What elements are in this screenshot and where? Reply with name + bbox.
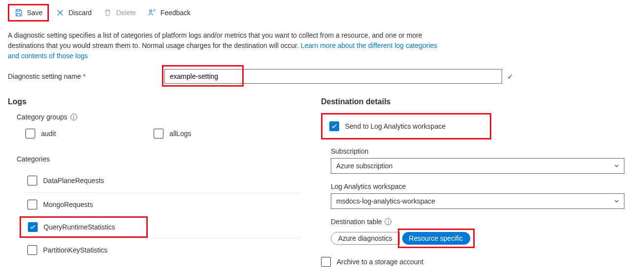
discard-label: Discard: [69, 9, 92, 17]
pill-resource-specific[interactable]: Resource specific: [402, 232, 471, 245]
archive-row[interactable]: Archive to a storage account: [321, 257, 636, 267]
checkbox-queryruntimestatistics[interactable]: [28, 222, 38, 232]
checkmark-icon: ✓: [507, 72, 513, 81]
workspace-select[interactable]: msdocs-log-analytics-workspace: [331, 193, 624, 209]
destination-title: Destination details: [321, 97, 636, 106]
description-text: A diagnostic setting specifies a list of…: [8, 30, 438, 61]
delete-label: Delete: [116, 9, 136, 17]
close-icon: [56, 8, 65, 17]
trash-icon: [103, 8, 112, 17]
send-law-row[interactable]: Send to Log Analytics workspace: [321, 113, 491, 139]
categories-label: Categories: [8, 155, 301, 163]
save-icon: [14, 8, 23, 17]
discard-button[interactable]: Discard: [51, 5, 96, 20]
save-button[interactable]: Save: [8, 4, 49, 22]
info-icon[interactable]: i: [385, 218, 391, 225]
dest-table-label: Destination table i: [331, 218, 636, 226]
info-icon[interactable]: i: [70, 114, 77, 120]
category-groups-label: Category groups i: [8, 113, 301, 121]
feedback-label: Feedback: [161, 9, 190, 17]
checkbox-send-law[interactable]: [329, 121, 339, 131]
delete-button: Delete: [98, 5, 140, 20]
group-alllogs[interactable]: allLogs: [154, 127, 191, 140]
setting-name-row: Diagnostic setting name* ✓: [8, 69, 636, 84]
setting-name-label: Diagnostic setting name*: [8, 72, 155, 80]
category-queryruntimestatistics[interactable]: QueryRuntimeStatistics: [20, 216, 148, 238]
category-mongorequests[interactable]: MongoRequests: [25, 192, 301, 216]
category-dataplanerequests[interactable]: DataPlaneRequests: [25, 169, 301, 192]
checkbox-partitionkeystatistics[interactable]: [27, 245, 37, 255]
workspace-label: Log Analytics workspace: [331, 183, 636, 190]
checkbox-alllogs[interactable]: [154, 129, 163, 138]
subscription-label: Subscription: [331, 147, 636, 155]
group-audit[interactable]: audit: [25, 127, 56, 140]
setting-name-input[interactable]: [164, 69, 502, 84]
required-asterisk: *: [83, 72, 85, 80]
logs-title: Logs: [8, 97, 301, 106]
checkbox-audit[interactable]: [25, 129, 35, 138]
feedback-button[interactable]: Feedback: [143, 5, 195, 20]
subscription-select[interactable]: Azure subscription: [331, 158, 624, 174]
save-label: Save: [27, 9, 43, 17]
dest-table-toggle: Azure diagnostics: [331, 232, 400, 245]
pill-azure-diagnostics[interactable]: Azure diagnostics: [331, 232, 400, 245]
svg-point-0: [150, 10, 152, 12]
category-partitionkeystatistics[interactable]: PartitionKeyStatistics: [25, 238, 301, 262]
checkbox-dataplanerequests[interactable]: [27, 176, 37, 185]
chevron-down-icon: [613, 162, 620, 169]
chevron-down-icon: [613, 198, 620, 205]
feedback-icon: [148, 8, 157, 17]
checkbox-archive[interactable]: [321, 257, 331, 267]
checkbox-mongorequests[interactable]: [27, 200, 37, 209]
toolbar: Save Discard Delete Feedback: [8, 4, 636, 22]
